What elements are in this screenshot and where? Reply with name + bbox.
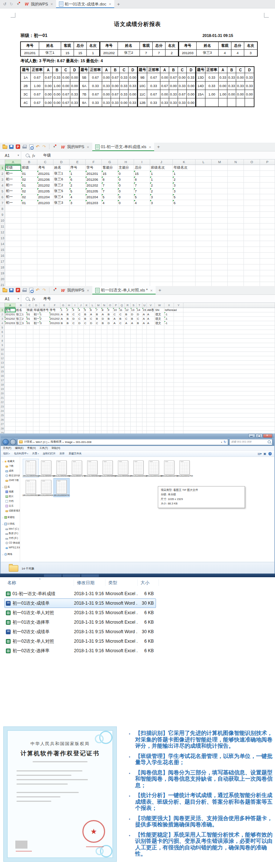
cell[interactable] bbox=[33, 387, 40, 391]
cell[interactable] bbox=[53, 259, 70, 264]
cell[interactable] bbox=[16, 383, 26, 387]
row-header[interactable]: 20 bbox=[0, 276, 5, 282]
cell[interactable] bbox=[101, 334, 107, 339]
cell[interactable]: A bbox=[101, 312, 107, 317]
cell[interactable] bbox=[78, 326, 84, 330]
cell[interactable]: C bbox=[72, 312, 78, 317]
cell[interactable] bbox=[16, 343, 26, 347]
cell[interactable] bbox=[212, 218, 228, 223]
row-header[interactable]: 29 bbox=[0, 431, 5, 433]
cell[interactable] bbox=[212, 188, 228, 194]
column-header[interactable]: P bbox=[260, 159, 275, 165]
file-row[interactable]: 初一01语文-选择率2018-1-31 9:16Microsoft Excel … bbox=[4, 617, 156, 627]
cell[interactable] bbox=[84, 326, 90, 330]
cell[interactable] bbox=[174, 347, 183, 352]
cell[interactable] bbox=[60, 361, 66, 365]
column-header[interactable]: J bbox=[150, 159, 173, 165]
cell[interactable] bbox=[101, 361, 107, 365]
cell[interactable] bbox=[147, 352, 155, 356]
cell[interactable] bbox=[137, 330, 142, 334]
cell[interactable] bbox=[260, 212, 275, 218]
cell[interactable] bbox=[173, 259, 196, 264]
cell[interactable] bbox=[16, 400, 26, 405]
cell[interactable] bbox=[96, 361, 101, 365]
cell[interactable] bbox=[101, 396, 107, 400]
cell[interactable] bbox=[60, 396, 66, 400]
cell[interactable] bbox=[125, 391, 131, 396]
cell[interactable] bbox=[155, 405, 164, 409]
row-header[interactable]: 27 bbox=[0, 422, 5, 427]
cell[interactable]: 5 bbox=[70, 188, 86, 194]
cell[interactable] bbox=[90, 391, 96, 396]
cell[interactable] bbox=[90, 352, 96, 356]
cell[interactable]: 0 bbox=[118, 188, 134, 194]
cell[interactable] bbox=[5, 259, 21, 264]
cell[interactable] bbox=[96, 352, 101, 356]
menu-item[interactable]: 查看(V) bbox=[27, 446, 36, 450]
cell[interactable] bbox=[147, 339, 155, 343]
cell[interactable] bbox=[147, 422, 155, 427]
cell[interactable]: AB卷 bbox=[147, 308, 155, 312]
cell[interactable] bbox=[72, 387, 78, 391]
cell[interactable] bbox=[102, 253, 118, 259]
cell[interactable]: 201201 bbox=[49, 312, 60, 317]
sidebar-item[interactable]: 视频 bbox=[1, 489, 20, 494]
cell[interactable] bbox=[174, 422, 183, 427]
cell[interactable] bbox=[53, 247, 70, 253]
cell[interactable] bbox=[113, 427, 119, 431]
cell[interactable] bbox=[147, 383, 155, 387]
cell[interactable] bbox=[86, 247, 102, 253]
cell[interactable] bbox=[155, 418, 164, 422]
cell[interactable] bbox=[5, 253, 21, 259]
cell[interactable] bbox=[37, 276, 53, 282]
cell[interactable] bbox=[260, 223, 275, 229]
cell[interactable] bbox=[119, 356, 125, 361]
cell[interactable] bbox=[107, 396, 113, 400]
cell[interactable] bbox=[101, 431, 107, 433]
cell[interactable] bbox=[66, 383, 72, 387]
cell[interactable] bbox=[150, 241, 173, 247]
cell[interactable] bbox=[102, 270, 118, 276]
cell[interactable] bbox=[174, 387, 183, 391]
cell[interactable] bbox=[142, 361, 147, 365]
sidebar-item[interactable]: 音乐 bbox=[1, 504, 20, 508]
row-header[interactable]: 10 bbox=[0, 347, 5, 352]
cell[interactable] bbox=[84, 405, 90, 409]
cell[interactable] bbox=[40, 356, 49, 361]
row-header[interactable]: 18 bbox=[0, 383, 5, 387]
row-header[interactable]: 10 bbox=[0, 218, 5, 223]
cell[interactable] bbox=[244, 177, 260, 183]
cell[interactable] bbox=[228, 276, 244, 282]
cell[interactable] bbox=[131, 391, 137, 396]
cell[interactable] bbox=[212, 194, 228, 200]
cell[interactable] bbox=[72, 391, 78, 396]
cell[interactable] bbox=[147, 418, 155, 422]
cell[interactable]: 201201 bbox=[86, 171, 102, 177]
cell[interactable] bbox=[70, 276, 86, 282]
cell[interactable] bbox=[183, 396, 275, 400]
cell[interactable] bbox=[164, 356, 174, 361]
fx-icon[interactable] bbox=[32, 297, 35, 301]
cell[interactable]: B bbox=[137, 321, 142, 326]
tab-workbook[interactable]: 初一01语文-单人对照.xls * bbox=[92, 286, 156, 294]
cell[interactable] bbox=[125, 383, 131, 387]
cell[interactable] bbox=[196, 200, 212, 206]
cell[interactable] bbox=[16, 352, 26, 356]
cell[interactable] bbox=[16, 427, 26, 431]
cell[interactable] bbox=[5, 235, 21, 241]
cell[interactable] bbox=[137, 391, 142, 396]
cell[interactable] bbox=[60, 352, 66, 356]
cell[interactable] bbox=[196, 264, 212, 270]
cell[interactable]: 3 bbox=[150, 194, 173, 200]
cell[interactable] bbox=[72, 334, 78, 339]
cell[interactable] bbox=[228, 229, 244, 235]
column-header-3[interactable]: 大小 bbox=[138, 579, 159, 586]
cell[interactable] bbox=[131, 422, 137, 427]
cell[interactable]: SN bbox=[155, 308, 164, 312]
cell[interactable]: B bbox=[107, 317, 113, 321]
cell[interactable] bbox=[101, 400, 107, 405]
print-icon[interactable] bbox=[22, 144, 27, 150]
cell[interactable] bbox=[244, 282, 260, 286]
cell[interactable] bbox=[228, 264, 244, 270]
cell[interactable] bbox=[174, 413, 183, 418]
